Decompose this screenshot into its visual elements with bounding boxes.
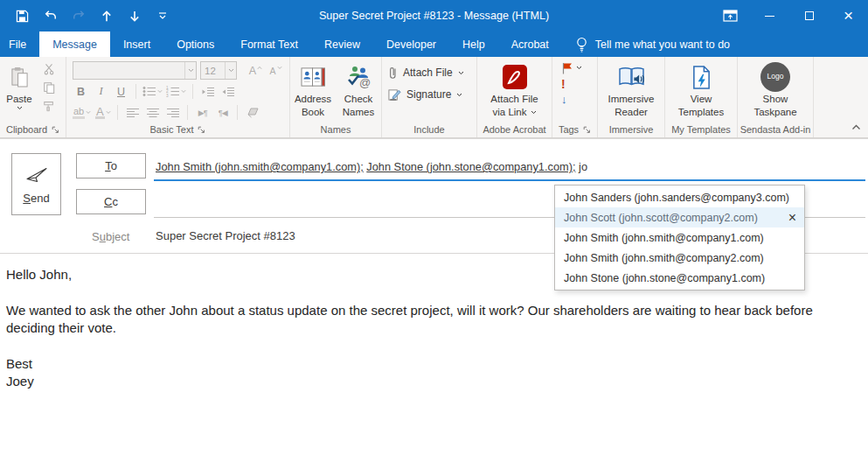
tab-insert[interactable]: Insert [110, 32, 163, 57]
italic-icon[interactable]: I [93, 83, 109, 101]
font-name-dropdown-icon[interactable] [184, 62, 196, 79]
cc-label: Cc [104, 195, 118, 208]
save-icon[interactable] [15, 9, 30, 24]
tab-file[interactable]: File [0, 32, 39, 57]
signoff-text: Best Joey [6, 355, 861, 390]
bold-icon[interactable]: B [73, 83, 89, 101]
collapse-ribbon-icon[interactable] [851, 118, 861, 134]
to-field[interactable]: John Smith (john.smith@company1.com); Jo… [156, 160, 587, 173]
view-templates-label: View Templates [670, 93, 732, 119]
immersive-group-label: Immersive [609, 124, 654, 135]
check-names-button[interactable]: @ Check Names [337, 60, 380, 123]
clipboard-group-label: Clipboard [6, 124, 47, 135]
increase-indent-icon[interactable] [219, 83, 236, 101]
shrink-font-icon[interactable]: A [267, 62, 284, 80]
bullet-list-icon[interactable] [142, 83, 163, 101]
move-up-icon[interactable] [99, 9, 114, 24]
recipient-chip[interactable]: John Smith (john.smith@company1.com); [156, 160, 364, 173]
text-highlight-icon[interactable]: ab [73, 104, 91, 122]
paste-dropdown-icon [17, 106, 23, 110]
suggestion-item[interactable]: John Sanders (john.sanders@company3.com) [555, 187, 804, 207]
paste-button[interactable]: Paste [1, 60, 38, 123]
underline-icon[interactable]: U [113, 83, 129, 101]
immersive-reader-icon [617, 61, 646, 93]
tell-me-box[interactable]: Tell me what you want to do [576, 32, 730, 57]
signature-label: Signature [406, 88, 451, 101]
ribbon-display-options-icon[interactable] [711, 0, 750, 32]
subject-field[interactable]: Super Secret Project #8123 [156, 229, 295, 242]
to-button[interactable]: To [76, 153, 146, 178]
left-to-right-icon[interactable]: ▶¶ [194, 104, 211, 122]
attach-link-dropdown-icon [531, 110, 537, 115]
cc-button[interactable]: Cc [76, 189, 146, 214]
divider [117, 105, 118, 120]
show-taskpane-button[interactable]: Logo Show Taskpane [742, 60, 809, 123]
clear-formatting-icon[interactable] [244, 104, 260, 122]
customize-qat-icon[interactable] [155, 9, 170, 24]
tab-acrobat[interactable]: Acrobat [498, 32, 562, 57]
view-templates-button[interactable]: View Templates [670, 60, 732, 123]
suggestion-item[interactable]: John Stone (john.stone@company1.com) [555, 268, 804, 288]
tab-format-text[interactable]: Format Text [227, 32, 311, 57]
immersive-reader-button[interactable]: Immersive Reader [601, 60, 662, 123]
attach-file-button[interactable]: Attach File [383, 63, 464, 82]
low-importance-icon[interactable]: ↓ [561, 93, 567, 106]
right-to-left-icon[interactable]: ¶◀ [214, 104, 231, 122]
move-down-icon[interactable] [127, 9, 142, 24]
basic-text-dialog-launcher-icon[interactable] [198, 126, 205, 134]
minimize-icon[interactable] [750, 0, 789, 32]
adobe-pdf-icon [502, 61, 528, 93]
cut-icon[interactable] [41, 61, 57, 76]
close-icon[interactable]: × [829, 0, 868, 32]
tab-help[interactable]: Help [449, 32, 498, 57]
addin-logo-icon: Logo [760, 62, 790, 92]
maximize-icon[interactable] [789, 0, 829, 32]
suggestion-item[interactable]: John Smith (john.smith@company1.com) [555, 228, 804, 248]
flag-dropdown-icon [576, 66, 582, 70]
follow-up-flag-button[interactable] [561, 61, 582, 74]
suggestion-item[interactable]: John Smith (john.smith@company2.com) [555, 248, 804, 268]
send-button[interactable]: Send [11, 153, 61, 215]
suggestion-item-selected[interactable]: John Scott (john.scott@company2.com) × [555, 207, 804, 228]
format-painter-icon[interactable] [41, 98, 57, 113]
attach-file-label: Attach File [403, 66, 453, 79]
address-book-button[interactable]: Address Book [291, 60, 335, 123]
adobe-acrobat-group: Attach File via Link Adobe Acrobat [477, 57, 552, 137]
undo-icon[interactable] [43, 9, 58, 24]
font-color-icon[interactable]: A [94, 104, 111, 122]
tab-message[interactable]: Message [39, 32, 110, 57]
attach-file-dropdown-icon [458, 71, 464, 75]
high-importance-icon[interactable]: ! [561, 77, 566, 90]
attach-file-via-link-button[interactable]: Attach File via Link [482, 60, 548, 123]
recipient-chip[interactable]: John Stone (john.stone@company1.com); [366, 160, 575, 173]
align-left-icon[interactable] [124, 104, 141, 122]
to-label: To [105, 159, 117, 172]
copy-icon[interactable] [41, 80, 57, 94]
show-taskpane-label: Show Taskpane [742, 93, 809, 119]
font-size-value: 12 [201, 66, 225, 76]
basic-text-group-label: Basic Text [150, 124, 194, 135]
remove-suggestion-icon[interactable]: × [788, 211, 796, 225]
align-right-icon[interactable] [164, 104, 181, 122]
signature-button[interactable]: Signature [383, 85, 464, 104]
subject-label: Subject [92, 230, 129, 243]
address-book-label: Address Book [291, 93, 335, 119]
tab-developer[interactable]: Developer [373, 32, 449, 57]
font-size-dropdown-icon[interactable] [225, 62, 236, 79]
window-title: Super Secret Project #8123 - Message (HT… [319, 0, 549, 32]
redo-icon[interactable] [71, 9, 86, 24]
view-templates-icon [691, 61, 712, 93]
to-field-focus-underline [154, 179, 865, 181]
decrease-indent-icon[interactable] [199, 83, 216, 101]
font-size-combo[interactable]: 12 [200, 61, 237, 80]
tab-review[interactable]: Review [311, 32, 373, 57]
align-center-icon[interactable] [144, 104, 161, 122]
grow-font-icon[interactable]: A [247, 62, 264, 80]
font-name-combo[interactable] [73, 61, 197, 80]
numbered-list-icon[interactable]: 123 [166, 83, 186, 101]
signature-dropdown-icon [456, 93, 462, 97]
sendasta-addin-group: Logo Show Taskpane Sendasta Add-in [738, 57, 814, 137]
clipboard-dialog-launcher-icon[interactable] [52, 126, 59, 134]
tab-options[interactable]: Options [163, 32, 227, 57]
tags-dialog-launcher-icon[interactable] [583, 126, 591, 134]
